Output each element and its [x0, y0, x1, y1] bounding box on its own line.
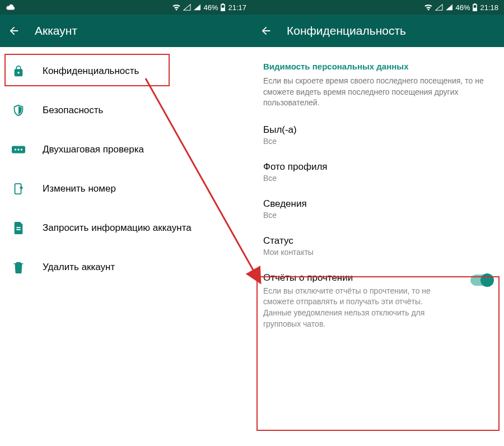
battery-icon [472, 3, 478, 11]
back-arrow-icon[interactable] [260, 25, 272, 37]
svg-point-1 [15, 148, 16, 150]
setting-value: Мои контакты [263, 248, 493, 257]
signal-empty-icon [435, 4, 443, 11]
menu-label: Конфиденциальность [43, 66, 139, 77]
battery-percent: 46% [455, 3, 470, 12]
document-icon [11, 221, 26, 235]
lock-icon [11, 64, 26, 78]
setting-title: Статус [263, 235, 493, 247]
phone-move-icon [11, 182, 26, 196]
menu-item-security[interactable]: Безопасность [0, 91, 252, 130]
battery-icon [220, 3, 226, 11]
menu-item-request-info[interactable]: Запросить информацию аккаунта [0, 208, 252, 248]
menu-item-two-step[interactable]: Двухшаговая проверка [0, 130, 252, 169]
setting-title: Сведения [263, 198, 493, 210]
sms-icon [11, 142, 26, 157]
right-screen: 46% 21:18 Конфиденциальность Видимость п… [252, 0, 504, 446]
account-menu: Конфиденциальность Безопасность Двухшаго… [0, 47, 252, 291]
svg-point-2 [17, 148, 19, 150]
shield-icon [11, 103, 26, 118]
setting-read-receipts[interactable]: Отчёты о прочтении Если вы отключите отч… [252, 264, 504, 337]
menu-label: Удалить аккаунт [43, 262, 115, 273]
setting-value: Все [263, 174, 493, 183]
privacy-content: Видимость персональных данных Если вы ск… [252, 47, 504, 342]
setting-title: Фото профиля [263, 161, 493, 173]
menu-label: Двухшаговая проверка [43, 144, 144, 155]
setting-value: Все [263, 211, 493, 220]
signal-icon [445, 4, 453, 11]
status-bar: 46% 21:17 [0, 0, 252, 15]
cloud-icon [6, 4, 16, 11]
setting-title: Был(-а) [263, 124, 493, 136]
menu-item-delete-account[interactable]: Удалить аккаунт [0, 248, 252, 287]
status-time: 21:18 [480, 3, 498, 12]
menu-label: Запросить информацию аккаунта [43, 222, 192, 234]
appbar: Конфиденциальность [252, 15, 504, 47]
appbar-title: Конфиденциальность [287, 24, 406, 38]
appbar: Аккаунт [0, 15, 252, 47]
signal-empty-icon [183, 4, 191, 11]
appbar-title: Аккаунт [35, 24, 77, 38]
setting-profile-photo[interactable]: Фото профиля Все [252, 154, 504, 191]
menu-label: Изменить номер [43, 183, 116, 194]
menu-item-change-number[interactable]: Изменить номер [0, 169, 252, 208]
setting-description: Если вы отключите отчёты о прочтении, то… [263, 286, 470, 329]
back-arrow-icon[interactable] [8, 25, 20, 37]
wifi-icon [424, 4, 433, 11]
toggle-switch[interactable] [470, 275, 493, 286]
signal-icon [193, 4, 201, 11]
svg-point-3 [21, 148, 22, 150]
setting-title: Отчёты о прочтении [263, 272, 470, 284]
menu-item-privacy[interactable]: Конфиденциальность [0, 52, 252, 91]
section-header: Видимость персональных данных [252, 52, 504, 76]
menu-label: Безопасность [43, 105, 103, 116]
status-time: 21:17 [228, 3, 246, 12]
left-screen: 46% 21:17 Аккаунт Конфиденциальность Без… [0, 0, 252, 446]
wifi-icon [172, 4, 181, 11]
svg-rect-4 [15, 184, 21, 194]
setting-status[interactable]: Статус Мои контакты [252, 227, 504, 264]
battery-percent: 46% [203, 3, 218, 12]
setting-about[interactable]: Сведения Все [252, 191, 504, 227]
setting-value: Все [263, 137, 493, 146]
section-description: Если вы скроете время своего последнего … [252, 76, 504, 117]
trash-icon [11, 260, 26, 275]
setting-last-seen[interactable]: Был(-а) Все [252, 117, 504, 154]
status-bar: 46% 21:18 [252, 0, 504, 15]
